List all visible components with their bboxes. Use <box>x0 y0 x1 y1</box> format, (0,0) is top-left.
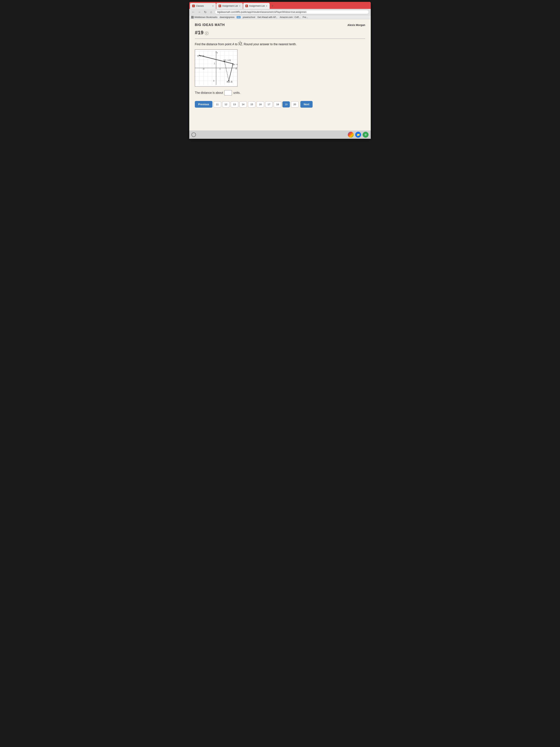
problem-text-3: . Round your answer to the nearest tenth… <box>242 43 296 46</box>
url-input[interactable] <box>215 10 369 14</box>
bookmark-ap[interactable]: Get Ahead with AP... <box>258 16 277 19</box>
tab-assignment-1[interactable]: B Assignment List × <box>216 3 243 9</box>
bookmark-middletown[interactable]: Middletown Bookmarks <box>191 16 217 19</box>
svg-text:A(3, 3): A(3, 3) <box>227 81 233 83</box>
bookmark-free[interactable]: Fre... <box>302 16 308 19</box>
bookmarks-bar: Middletown Bookmarks dawnsignpress SIS p… <box>189 16 371 19</box>
svg-text:X(−4, −3): X(−4, −3) <box>197 55 204 57</box>
answer-area: The distance is about units. <box>195 90 365 96</box>
tab-assignment-2-close[interactable]: × <box>266 4 267 7</box>
files-icon[interactable]: 📁 <box>355 132 361 138</box>
bookmark-free-label: Fre... <box>302 16 308 19</box>
page-header: BIG IDEAS MATH Alexis Morgan <box>195 23 365 27</box>
tab-bar: A Classes × B Assignment List × B Assign… <box>189 2 371 9</box>
brand-name: BIG IDEAS MATH <box>195 23 225 27</box>
page-button-15[interactable]: 15 <box>248 101 256 107</box>
tab-classes-label: Classes <box>196 5 204 7</box>
svg-text:Y(2, −1.5): Y(2, −1.5) <box>223 59 231 61</box>
problem-text: Find the distance from point A to ↔ XZ .… <box>195 42 365 47</box>
page-button-16[interactable]: 16 <box>257 101 264 107</box>
svg-text:y: y <box>217 51 218 54</box>
tab-classes-icon: A <box>192 5 195 7</box>
info-icon[interactable]: i <box>205 32 208 35</box>
tab-assignment-2[interactable]: B Assignment List × <box>243 3 270 9</box>
bookmark-dawnsign-label: dawnsignpress <box>220 16 235 19</box>
home-button[interactable]: ⌂ <box>209 10 213 14</box>
problem-text-1: Find the distance from point <box>195 43 232 46</box>
question-number: #19 <box>195 30 204 35</box>
back-button[interactable]: ← <box>191 10 195 14</box>
svg-point-19 <box>224 61 225 62</box>
answer-suffix: units. <box>233 91 240 95</box>
bookmark-folder-icon <box>191 16 194 19</box>
bookmark-middletown-label: Middletown Bookmarks <box>194 16 217 19</box>
svg-text:1: 1 <box>214 62 215 65</box>
page-button-20[interactable]: 20 <box>291 101 298 107</box>
tab-assignment-2-icon: B <box>245 5 248 7</box>
forward-button[interactable]: → <box>197 10 202 14</box>
bookmark-amazon-label: Amazon.com : Coff... <box>280 16 300 19</box>
nav-buttons: Previous 11 12 13 14 15 16 17 18 19 20 N… <box>195 101 365 108</box>
answer-input[interactable] <box>224 90 232 96</box>
tab-assignment-1-close[interactable]: × <box>239 4 241 7</box>
tab-assignment-1-icon: B <box>218 5 221 7</box>
line-xz-label: XZ <box>238 43 242 46</box>
bookmark-sis[interactable]: SIS <box>237 16 241 18</box>
svg-text:Z(4, −1): Z(4, −1) <box>232 63 237 66</box>
settings-icon[interactable]: ⚙ <box>363 132 369 138</box>
problem-text-2: to <box>234 43 238 46</box>
bookmark-dawnsign[interactable]: dawnsignpress <box>220 16 235 19</box>
page-button-12[interactable]: 12 <box>222 101 230 107</box>
chrome-icon[interactable] <box>348 132 354 138</box>
next-button[interactable]: Next <box>300 101 313 108</box>
previous-button[interactable]: Previous <box>195 101 212 108</box>
line-xz: ↔ XZ <box>238 42 242 47</box>
page-button-14[interactable]: 14 <box>239 101 247 107</box>
browser-window: A Classes × B Assignment List × B Assign… <box>189 2 371 139</box>
svg-text:1: 1 <box>219 68 220 70</box>
page-button-19[interactable]: 19 <box>283 101 290 107</box>
tab-classes[interactable]: A Classes × <box>190 3 216 9</box>
bookmark-powerschool-label: powerschool <box>243 16 255 19</box>
svg-text:x: x <box>236 68 237 70</box>
new-tab-button[interactable]: + <box>270 3 275 8</box>
bookmark-ap-label: Get Ahead with AP... <box>258 16 277 19</box>
tab-assignment-2-label: Assignment List <box>249 5 265 7</box>
page-button-18[interactable]: 18 <box>274 101 281 107</box>
coordinate-graph: x y -3 1 1 3 A(3, 3) <box>195 50 237 86</box>
question-number-row: #19 i <box>195 30 365 37</box>
refresh-button[interactable]: ↻ <box>203 10 207 14</box>
answer-prefix: The distance is about <box>195 91 223 95</box>
page-button-11[interactable]: 11 <box>214 101 221 107</box>
section-divider <box>195 38 365 39</box>
svg-text:-3: -3 <box>203 68 204 70</box>
user-name: Alexis Morgan <box>347 24 365 26</box>
tab-assignment-1-label: Assignment List <box>222 5 238 7</box>
sis-badge: SIS <box>237 16 241 18</box>
page-button-13[interactable]: 13 <box>231 101 238 107</box>
graph-container: x y -3 1 1 3 A(3, 3) <box>195 49 237 86</box>
bookmark-amazon[interactable]: Amazon.com : Coff... <box>280 16 300 19</box>
point-a-label: A <box>232 43 234 46</box>
page-button-17[interactable]: 17 <box>265 101 273 107</box>
main-content: BIG IDEAS MATH Alexis Morgan #19 i Find … <box>189 19 371 130</box>
taskbar-icons: 📁 ⚙ <box>348 132 369 138</box>
bottom-bar: 📁 ⚙ <box>189 130 371 139</box>
url-bar: ← → ↻ ⌂ <box>189 9 371 16</box>
bookmark-powerschool[interactable]: powerschool <box>243 16 255 19</box>
tab-classes-close[interactable]: × <box>212 4 214 7</box>
circle-button[interactable] <box>191 132 196 137</box>
svg-text:3: 3 <box>213 80 214 82</box>
